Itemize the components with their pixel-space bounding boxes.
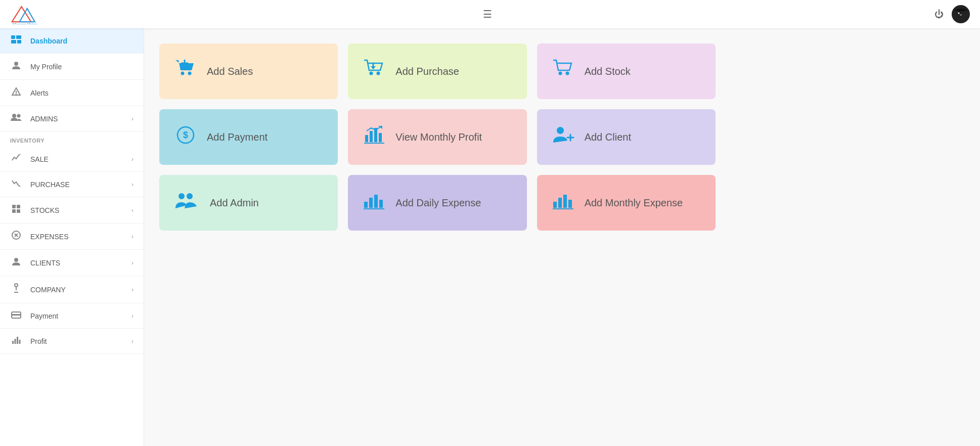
- stocks-icon: [10, 204, 22, 216]
- sidebar-item-my-profile[interactable]: My Profile: [0, 54, 144, 80]
- svg-rect-10: [11, 40, 16, 43]
- add-payment-icon: $: [174, 126, 197, 149]
- sidebar-item-purchase[interactable]: PURCHASE ›: [0, 172, 144, 197]
- purchase-icon: [10, 179, 22, 190]
- svg-rect-48: [379, 133, 382, 142]
- svg-rect-20: [12, 209, 16, 213]
- add-client-card[interactable]: Add Client: [537, 109, 716, 165]
- sidebar-label-payment: Payment: [30, 312, 131, 320]
- body-container: Dashboard My Profile Alerts ADMINS › INV…: [0, 28, 980, 446]
- add-client-icon: [552, 125, 574, 149]
- user-avatar[interactable]: [952, 5, 970, 23]
- add-admin-label: Add Admin: [210, 197, 259, 209]
- svg-rect-29: [12, 341, 14, 344]
- add-monthly-expense-icon: [552, 192, 574, 214]
- svg-point-24: [15, 284, 18, 287]
- sidebar-label-company: COMPANY: [30, 286, 131, 294]
- sidebar-label-admins: ADMINS: [30, 115, 131, 123]
- add-admin-card[interactable]: Add Admin: [159, 175, 338, 231]
- sidebar-item-sale[interactable]: SALE ›: [0, 147, 144, 172]
- add-sales-card[interactable]: Add Sales: [159, 43, 338, 99]
- svg-rect-11: [17, 40, 21, 43]
- logo: ASquare Vision: [10, 4, 40, 24]
- add-purchase-icon: [363, 59, 385, 84]
- svg-point-33: [181, 71, 185, 75]
- svg-rect-56: [364, 202, 368, 208]
- stocks-chevron-icon: ›: [131, 207, 133, 214]
- sidebar-label-alerts: Alerts: [30, 89, 133, 97]
- svg-point-34: [188, 71, 192, 75]
- sidebar-item-dashboard[interactable]: Dashboard: [0, 28, 144, 54]
- svg-text:ASquare Vision: ASquare Vision: [12, 23, 37, 24]
- svg-point-55: [187, 193, 193, 199]
- svg-rect-31: [17, 337, 18, 344]
- add-daily-expense-card[interactable]: Add Daily Expense: [348, 175, 526, 231]
- svg-rect-59: [379, 200, 383, 208]
- sidebar-item-stocks[interactable]: STOCKS ›: [0, 197, 144, 224]
- sidebar-label-my-profile: My Profile: [30, 63, 133, 71]
- sidebar-label-stocks: STOCKS: [30, 206, 131, 214]
- hamburger-icon[interactable]: ☰: [483, 8, 492, 20]
- svg-text:$: $: [183, 130, 188, 140]
- add-sales-label: Add Sales: [207, 66, 253, 77]
- sidebar-item-alerts[interactable]: Alerts: [0, 80, 144, 106]
- add-payment-card[interactable]: $ Add Payment: [159, 109, 338, 165]
- sidebar-item-clients[interactable]: CLIENTS ›: [0, 250, 144, 276]
- svg-point-42: [565, 71, 569, 75]
- expenses-icon: [10, 231, 22, 242]
- svg-point-54: [179, 193, 185, 199]
- svg-rect-57: [369, 198, 373, 208]
- profile-icon: [10, 61, 22, 72]
- sidebar: Dashboard My Profile Alerts ADMINS › INV…: [0, 28, 144, 446]
- sale-icon: [10, 154, 22, 164]
- add-daily-expense-label: Add Daily Expense: [395, 197, 481, 209]
- svg-point-51: [557, 127, 564, 134]
- alerts-icon: [10, 87, 22, 99]
- svg-rect-8: [11, 35, 15, 39]
- company-chevron-icon: ›: [131, 286, 133, 293]
- add-purchase-card[interactable]: Add Purchase: [348, 43, 526, 99]
- dashboard-grid: Add Sales Add Purchase: [159, 43, 716, 231]
- svg-point-37: [370, 71, 373, 75]
- add-monthly-expense-card[interactable]: Add Monthly Expense: [537, 175, 716, 231]
- sale-chevron-icon: ›: [131, 156, 133, 163]
- sidebar-section-inventory: INVENTORY: [0, 131, 144, 147]
- avatar-icon: [953, 7, 968, 22]
- sidebar-label-dashboard: Dashboard: [30, 37, 133, 45]
- sidebar-label-clients: CLIENTS: [30, 259, 131, 267]
- header-right: ⏻: [934, 5, 970, 23]
- svg-point-6: [955, 9, 967, 11]
- power-icon[interactable]: ⏻: [934, 9, 944, 20]
- add-stock-label: Add Stock: [585, 66, 631, 77]
- add-daily-expense-icon: [363, 192, 385, 214]
- sidebar-label-sale: SALE: [30, 155, 131, 163]
- add-stock-icon: [552, 59, 574, 84]
- sidebar-item-payment[interactable]: Payment ›: [0, 303, 144, 329]
- add-stock-card[interactable]: Add Stock: [537, 43, 716, 99]
- add-admin-icon: [174, 191, 200, 215]
- add-purchase-label: Add Purchase: [395, 66, 459, 77]
- view-monthly-profit-card[interactable]: View Monthly Profit: [348, 109, 526, 165]
- sidebar-item-admins[interactable]: ADMINS ›: [0, 106, 144, 131]
- svg-rect-32: [19, 340, 21, 344]
- svg-rect-62: [558, 198, 562, 208]
- svg-rect-28: [12, 314, 21, 316]
- dashboard-icon: [10, 35, 22, 46]
- view-monthly-profit-label: View Monthly Profit: [395, 131, 482, 143]
- sidebar-item-profit[interactable]: Profit ›: [0, 329, 144, 354]
- sidebar-label-expenses: EXPENSES: [30, 233, 131, 241]
- logo-icon: ASquare Vision: [10, 4, 40, 24]
- add-sales-icon: [174, 59, 197, 84]
- profit-icon: [10, 336, 22, 346]
- clients-chevron-icon: ›: [131, 259, 133, 266]
- svg-point-7: [958, 13, 960, 14]
- expenses-chevron-icon: ›: [131, 233, 133, 240]
- sidebar-item-company[interactable]: COMPANY ›: [0, 276, 144, 303]
- svg-point-17: [17, 114, 21, 118]
- sidebar-item-expenses[interactable]: EXPENSES ›: [0, 224, 144, 250]
- payment-chevron-icon: ›: [131, 313, 133, 320]
- svg-rect-61: [553, 202, 557, 208]
- profit-chevron-icon: ›: [131, 338, 133, 345]
- payment-icon: [10, 310, 22, 321]
- svg-point-38: [377, 71, 380, 75]
